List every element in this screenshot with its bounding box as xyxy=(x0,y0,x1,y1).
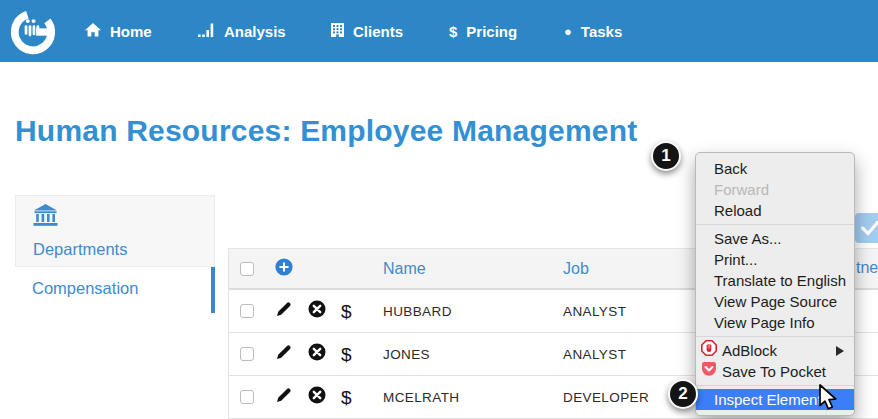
table-dropdown-button[interactable] xyxy=(855,213,878,243)
pocket-icon xyxy=(701,361,717,382)
annotation-step-badge-1: 1 xyxy=(651,141,681,171)
edit-pencil-icon[interactable] xyxy=(275,300,293,322)
dollar-icon: $ xyxy=(449,23,457,40)
menu-separator xyxy=(696,224,854,225)
logo-icon xyxy=(8,6,58,56)
chevron-down-icon xyxy=(861,221,878,236)
mouse-cursor-icon xyxy=(818,384,840,415)
context-menu: Back Forward Reload Save As... Print... … xyxy=(695,152,855,416)
home-icon xyxy=(85,23,101,40)
nav-label: Tasks xyxy=(581,23,622,40)
circle-icon: ● xyxy=(564,24,572,39)
delete-x-icon[interactable] xyxy=(308,386,326,408)
sidebar: Departments Compensation xyxy=(15,195,215,313)
employee-name: MCELRATH xyxy=(383,390,459,405)
column-header-partial[interactable]: tne xyxy=(856,259,878,277)
annotation-step-badge-2: 2 xyxy=(668,379,698,409)
sidebar-item-label: Compensation xyxy=(32,279,138,297)
row-checkbox[interactable] xyxy=(240,390,254,404)
menu-item-view-page-info[interactable]: View Page Info xyxy=(696,312,854,333)
add-row-button[interactable] xyxy=(275,258,293,280)
employee-name: HUBBARD xyxy=(383,304,452,319)
sidebar-item-departments[interactable]: Departments xyxy=(15,195,215,267)
row-checkbox[interactable] xyxy=(240,347,254,361)
menu-item-forward: Forward xyxy=(696,179,854,200)
delete-x-icon[interactable] xyxy=(308,300,326,322)
salary-dollar-icon[interactable]: $ xyxy=(341,345,352,364)
column-header-name[interactable]: Name xyxy=(383,260,426,277)
edit-pencil-icon[interactable] xyxy=(275,386,293,408)
salary-dollar-icon[interactable]: $ xyxy=(341,388,352,407)
nav-item-clients[interactable]: Clients xyxy=(331,0,403,62)
column-header-job[interactable]: Job xyxy=(563,260,589,277)
menu-item-reload[interactable]: Reload xyxy=(696,200,854,221)
nav-label: Analysis xyxy=(224,23,286,40)
delete-x-icon[interactable] xyxy=(308,343,326,365)
nav-label: Clients xyxy=(353,23,403,40)
nav-item-home[interactable]: Home xyxy=(85,0,152,62)
employee-job: ANALYST xyxy=(563,347,626,362)
nav-label: Home xyxy=(110,23,152,40)
menu-separator xyxy=(696,336,854,337)
menu-item-save-to-pocket[interactable]: Save To Pocket xyxy=(696,361,854,382)
employee-name: JONES xyxy=(383,347,430,362)
building-icon xyxy=(331,23,344,40)
bar-chart-icon xyxy=(198,23,215,40)
sidebar-item-label: Departments xyxy=(33,240,214,259)
bank-icon xyxy=(33,212,58,229)
page-title: Human Resources: Employee Management xyxy=(15,114,637,148)
menu-item-translate[interactable]: Translate to English xyxy=(696,270,854,291)
menu-item-label: AdBlock xyxy=(722,340,777,361)
app-logo[interactable] xyxy=(8,6,58,60)
menu-item-back[interactable]: Back xyxy=(696,158,854,179)
employee-job: DEVELOPER xyxy=(563,390,649,405)
nav-label: Pricing xyxy=(466,23,517,40)
menu-item-adblock[interactable]: AdBlock xyxy=(696,340,854,361)
row-checkbox[interactable] xyxy=(240,304,254,318)
employee-job: ANALYST xyxy=(563,304,626,319)
adblock-icon xyxy=(701,340,717,361)
submenu-arrow-icon xyxy=(836,346,844,356)
nav-item-pricing[interactable]: $ Pricing xyxy=(449,0,517,62)
edit-pencil-icon[interactable] xyxy=(275,343,293,365)
select-all-checkbox[interactable] xyxy=(240,262,254,276)
salary-dollar-icon[interactable]: $ xyxy=(341,302,352,321)
sidebar-item-compensation[interactable]: Compensation xyxy=(15,267,215,313)
menu-item-view-page-source[interactable]: View Page Source xyxy=(696,291,854,312)
nav-item-tasks[interactable]: ● Tasks xyxy=(564,0,622,62)
top-navbar: Home Analysis Clients xyxy=(0,0,878,62)
menu-item-save-as[interactable]: Save As... xyxy=(696,228,854,249)
menu-item-print[interactable]: Print... xyxy=(696,249,854,270)
menu-item-label: Save To Pocket xyxy=(722,361,826,382)
nav-item-analysis[interactable]: Analysis xyxy=(198,0,286,62)
